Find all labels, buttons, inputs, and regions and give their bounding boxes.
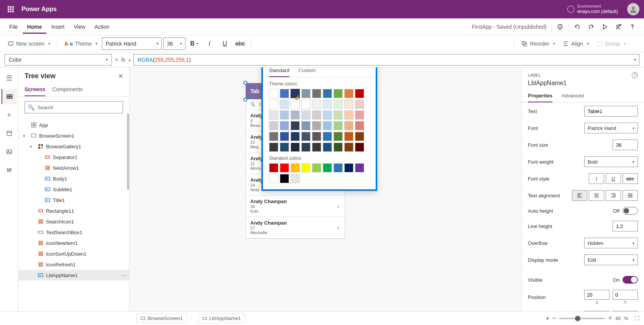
prop-displaymode-select[interactable]: Edit▾ xyxy=(584,254,638,265)
color-swatch[interactable] xyxy=(344,121,353,130)
undo-icon[interactable] xyxy=(570,20,584,34)
tree-item[interactable]: Title1 xyxy=(18,195,129,205)
italic-toggle[interactable]: I xyxy=(589,173,604,184)
align-center-button[interactable] xyxy=(589,190,604,201)
tab-properties[interactable]: Properties xyxy=(528,90,552,102)
color-swatch[interactable] xyxy=(269,143,278,152)
color-swatch[interactable] xyxy=(291,163,300,172)
color-swatch[interactable] xyxy=(355,163,364,172)
color-swatch[interactable] xyxy=(291,143,300,152)
tree-item[interactable]: TextSearchBox1 xyxy=(18,227,129,238)
color-swatch[interactable] xyxy=(344,110,353,120)
color-swatch[interactable] xyxy=(291,174,300,183)
color-swatch[interactable] xyxy=(291,110,300,120)
rail-insert-icon[interactable]: + xyxy=(2,107,17,123)
menu-insert[interactable]: Insert xyxy=(46,20,69,34)
zoom-plus-button[interactable]: + xyxy=(608,314,612,322)
environment-picker[interactable]: Environment enayu.com (default) xyxy=(567,4,618,15)
size-width-input[interactable] xyxy=(584,311,610,311)
color-swatch[interactable] xyxy=(323,132,332,141)
user-avatar[interactable] xyxy=(627,3,639,15)
menu-file[interactable]: File xyxy=(5,20,23,34)
color-swatch[interactable] xyxy=(355,121,364,130)
tree-item[interactable]: LblAppName1⋯ xyxy=(18,270,129,281)
tree-item[interactable]: NextArrow1 xyxy=(18,162,129,173)
color-swatch[interactable] xyxy=(280,174,289,183)
color-swatch[interactable] xyxy=(280,132,289,141)
tree-item[interactable]: IconSortUpDown1 xyxy=(18,248,129,259)
strike-toggle[interactable]: abc xyxy=(623,173,638,184)
align-button[interactable]: Align▾ xyxy=(560,38,592,49)
position-y-input[interactable] xyxy=(613,290,638,300)
tab-advanced[interactable]: Advanced xyxy=(562,90,584,102)
color-swatch[interactable] xyxy=(344,132,353,141)
color-swatch[interactable] xyxy=(355,132,364,141)
fit-screen-icon[interactable]: ⛶ xyxy=(634,315,639,321)
align-right-button[interactable] xyxy=(606,190,621,201)
color-swatch[interactable]: ☝ xyxy=(291,89,300,98)
color-tab-standard[interactable]: Standard xyxy=(269,67,289,77)
tree-item[interactable]: Separator1 xyxy=(18,152,129,162)
strikethrough-button[interactable]: abc xyxy=(233,37,247,51)
color-swatch[interactable] xyxy=(301,89,310,98)
color-swatch[interactable] xyxy=(269,89,278,98)
color-swatch[interactable] xyxy=(301,143,310,152)
zoom-down-icon[interactable]: ▾ xyxy=(546,315,549,321)
color-swatch[interactable] xyxy=(269,132,278,141)
gallery-item[interactable]: Andy Champan26Irvin› xyxy=(246,195,345,217)
help-icon[interactable]: ? xyxy=(632,72,638,78)
play-icon[interactable] xyxy=(598,20,612,34)
color-swatch[interactable] xyxy=(323,100,332,109)
theme-button[interactable]: Aa Theme▾ xyxy=(61,38,101,49)
color-swatch[interactable] xyxy=(291,100,300,109)
close-icon[interactable]: ✕ xyxy=(118,72,123,80)
color-swatch[interactable] xyxy=(301,121,310,130)
tab-components[interactable]: Components xyxy=(52,83,82,96)
color-swatch[interactable] xyxy=(344,143,353,152)
color-swatch[interactable] xyxy=(301,110,310,120)
selection-handle[interactable] xyxy=(243,81,247,85)
app-checker-icon[interactable] xyxy=(553,20,567,34)
autoheight-toggle[interactable] xyxy=(623,207,638,215)
color-swatch[interactable] xyxy=(269,100,278,109)
chevron-right-icon[interactable]: › xyxy=(337,223,339,231)
zoom-slider[interactable] xyxy=(559,318,605,319)
underline-toggle[interactable]: U xyxy=(606,173,621,184)
menu-action[interactable]: Action xyxy=(90,20,114,34)
color-swatch[interactable] xyxy=(323,89,332,98)
bold-button[interactable]: B▾ xyxy=(187,37,201,51)
tree-item[interactable]: ▾BrowseGallery1 xyxy=(18,141,129,152)
color-swatch[interactable] xyxy=(312,121,321,130)
color-swatch[interactable] xyxy=(312,143,321,152)
color-swatch[interactable] xyxy=(312,163,321,172)
align-justify-button[interactable] xyxy=(623,190,638,201)
color-swatch[interactable] xyxy=(344,163,353,172)
color-swatch[interactable] xyxy=(323,121,332,130)
rail-data-icon[interactable] xyxy=(2,126,17,141)
color-swatch[interactable] xyxy=(280,100,289,109)
color-swatch[interactable] xyxy=(269,110,278,120)
color-swatch[interactable] xyxy=(344,100,353,109)
position-x-input[interactable] xyxy=(584,290,610,300)
color-swatch[interactable] xyxy=(323,163,332,172)
color-swatch[interactable] xyxy=(269,163,278,172)
redo-icon[interactable] xyxy=(584,20,598,34)
prop-fontsize-input[interactable] xyxy=(613,140,638,150)
color-swatch[interactable] xyxy=(355,143,364,152)
color-swatch[interactable] xyxy=(280,89,289,98)
tree-search-input[interactable]: 🔍 Search xyxy=(25,101,123,113)
color-swatch[interactable] xyxy=(312,110,321,120)
share-icon[interactable] xyxy=(612,20,626,34)
color-swatch[interactable] xyxy=(301,132,310,141)
color-tab-custom[interactable]: Custom xyxy=(299,67,316,77)
color-swatch[interactable] xyxy=(312,89,321,98)
color-swatch[interactable] xyxy=(334,143,343,152)
color-swatch[interactable] xyxy=(280,121,289,130)
gallery-item[interactable]: Andy Champan27Mechelle› xyxy=(246,217,345,238)
tree-item[interactable]: ▾BrowseScreen1 xyxy=(18,130,129,141)
prop-text-input[interactable] xyxy=(584,106,638,117)
prop-lineheight-input[interactable] xyxy=(613,221,638,231)
formula-input[interactable]: RGBA(255, 255, 255, 1) ▾ xyxy=(133,54,639,66)
menu-view[interactable]: View xyxy=(69,20,90,34)
color-swatch[interactable] xyxy=(312,100,321,109)
